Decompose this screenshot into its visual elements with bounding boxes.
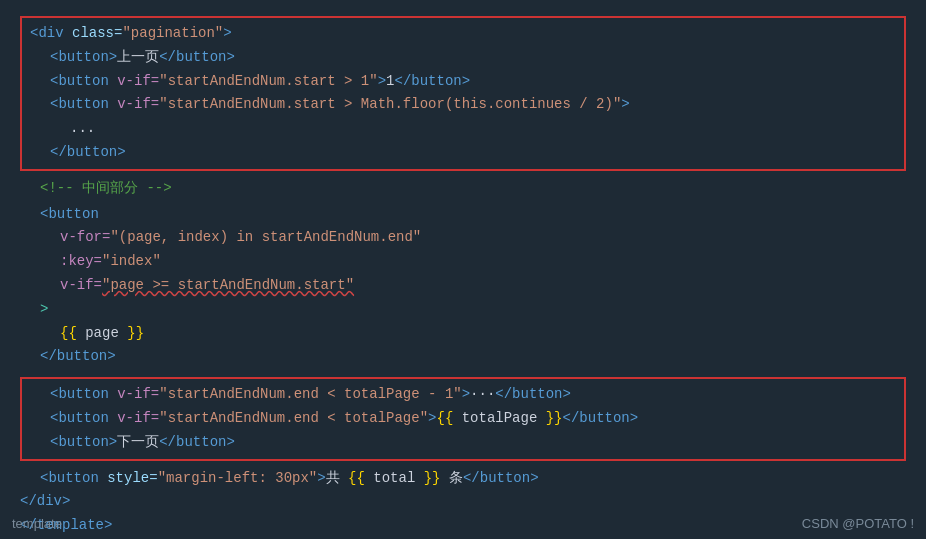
- attr-class: class=: [72, 22, 122, 46]
- code-line: v-for="(page, index) in startAndEndNum.e…: [20, 226, 906, 250]
- code-line: v-if="page >= startAndEndNum.start": [20, 274, 906, 298]
- code-line: :key="index": [20, 250, 906, 274]
- footer-left: template: [12, 516, 62, 531]
- code-line: <button v-if="startAndEndNum.end < total…: [30, 383, 896, 407]
- code-line: <!-- 中间部分 -->: [20, 177, 906, 201]
- code-line: </button>: [30, 141, 896, 165]
- attr-val-pagination: "pagination": [122, 22, 223, 46]
- tag-open: <div: [30, 22, 72, 46]
- code-line: <button>下一页</button>: [30, 431, 896, 455]
- code-line: <button style="margin-left: 30px">共 {{ t…: [20, 467, 906, 491]
- highlight-box-1: <div class="pagination"> <button>上一页</bu…: [20, 16, 906, 171]
- comment-text: <!-- 中间部分 -->: [40, 177, 172, 201]
- code-line: </div>: [20, 490, 906, 514]
- footer-right: CSDN @POTATO !: [802, 516, 914, 531]
- code-line: <button v-if="startAndEndNum.start > Mat…: [30, 93, 896, 117]
- code-line: <button: [20, 203, 906, 227]
- code-line: <button>上一页</button>: [30, 46, 896, 70]
- code-line: <div class="pagination">: [30, 22, 896, 46]
- code-editor: <div class="pagination"> <button>上一页</bu…: [0, 0, 926, 539]
- code-block-end: <button style="margin-left: 30px">共 {{ t…: [20, 467, 906, 538]
- highlight-box-2: <button v-if="startAndEndNum.end < total…: [20, 377, 906, 460]
- code-line: <button v-if="startAndEndNum.end < total…: [30, 407, 896, 431]
- code-block-middle: <button v-for="(page, index) in startAnd…: [20, 203, 906, 370]
- code-line: ...: [30, 117, 896, 141]
- code-line: </button>: [20, 345, 906, 369]
- code-line: {{ page }}: [20, 322, 906, 346]
- code-line: <button v-if="startAndEndNum.start > 1">…: [30, 70, 896, 94]
- code-line: </template>: [20, 514, 906, 538]
- code-line: >: [20, 298, 906, 322]
